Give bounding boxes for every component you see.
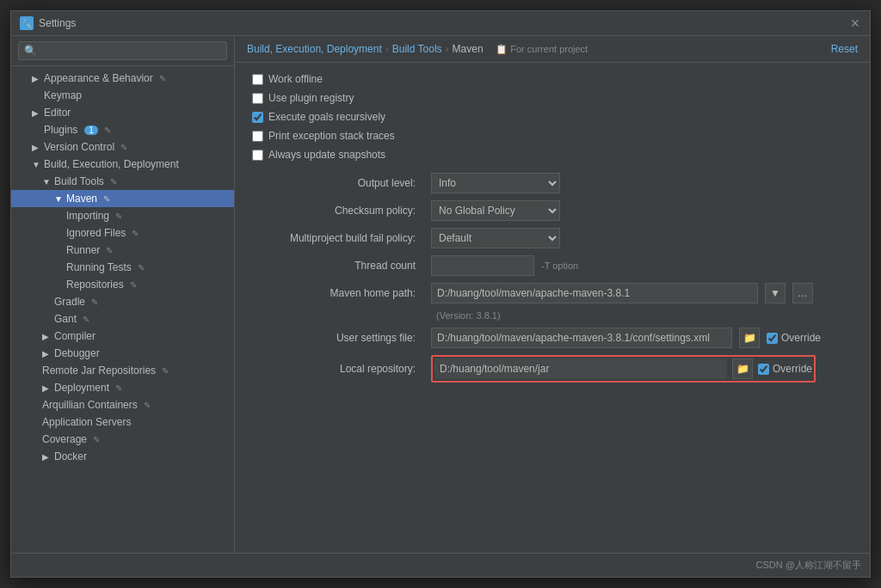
maven-home-more-button[interactable]: … bbox=[792, 283, 813, 303]
sidebar-item-label: Debugger bbox=[54, 347, 100, 359]
always-update-label: Always update snapshots bbox=[268, 149, 385, 161]
multiproject-row: Multiproject build fail policy: Default … bbox=[252, 228, 853, 248]
user-settings-override-label: Override bbox=[781, 332, 821, 344]
title-bar-left: 🔧 Settings bbox=[20, 16, 76, 30]
nav-tree: ▶ Appearance & Behavior ✎ Keymap ▶ Edito… bbox=[11, 66, 234, 553]
sidebar-item-build-exec[interactable]: ▼ Build, Execution, Deployment bbox=[11, 156, 234, 173]
maven-home-browse-button[interactable]: ▼ bbox=[765, 283, 786, 303]
user-settings-label: User settings file: bbox=[252, 332, 424, 344]
sidebar-item-label: Version Control bbox=[44, 141, 114, 153]
maven-version: (Version: 3.8.1) bbox=[436, 310, 501, 321]
edit-icon: ✎ bbox=[102, 124, 114, 136]
local-repo-input[interactable] bbox=[434, 358, 727, 379]
arrow-icon: ▶ bbox=[42, 332, 51, 341]
maven-home-label: Maven home path: bbox=[252, 287, 424, 299]
breadcrumb-sep1: › bbox=[385, 43, 389, 55]
search-input[interactable] bbox=[18, 41, 227, 60]
reset-button[interactable]: Reset bbox=[831, 43, 858, 55]
sidebar-item-label: Plugins bbox=[44, 124, 77, 136]
main-content: ▶ Appearance & Behavior ✎ Keymap ▶ Edito… bbox=[11, 36, 870, 553]
sidebar-item-deployment[interactable]: ▶ Deployment ✎ bbox=[11, 379, 234, 396]
t-option-label: -T option bbox=[541, 260, 578, 271]
sidebar-item-label: Repositories bbox=[66, 279, 124, 291]
title-bar: 🔧 Settings ✕ bbox=[11, 11, 870, 36]
plugin-registry-label: Use plugin registry bbox=[268, 92, 354, 104]
breadcrumb-part1[interactable]: Build, Execution, Deployment bbox=[247, 43, 382, 55]
user-settings-browse-button[interactable]: 📁 bbox=[739, 328, 760, 348]
close-button[interactable]: ✕ bbox=[849, 17, 861, 29]
sidebar-item-repositories[interactable]: Repositories ✎ bbox=[11, 276, 234, 293]
sidebar-item-docker[interactable]: ▶ Docker bbox=[11, 448, 234, 465]
multiproject-select[interactable]: Default Always Never bbox=[431, 228, 560, 248]
arrow-icon: ▼ bbox=[42, 177, 51, 187]
sidebar-item-ignored-files[interactable]: Ignored Files ✎ bbox=[11, 224, 234, 242]
local-repo-row: Local repository: 📁 Override bbox=[252, 355, 853, 383]
sidebar-item-maven[interactable]: ▼ Maven ✎ bbox=[11, 190, 234, 207]
sidebar-item-coverage[interactable]: Coverage ✎ bbox=[11, 431, 234, 448]
sidebar-item-remote-jar[interactable]: Remote Jar Repositories ✎ bbox=[11, 362, 234, 379]
maven-home-input[interactable] bbox=[431, 283, 758, 303]
sidebar-item-label: Gradle bbox=[54, 296, 85, 308]
local-repo-override-checkbox[interactable] bbox=[758, 364, 769, 375]
edit-icon: ✎ bbox=[113, 210, 125, 222]
work-offline-checkbox[interactable] bbox=[252, 74, 263, 85]
print-exceptions-checkbox[interactable] bbox=[252, 131, 263, 142]
sidebar-item-importing[interactable]: Importing ✎ bbox=[11, 207, 234, 224]
breadcrumb: Build, Execution, Deployment › Build Too… bbox=[247, 43, 588, 55]
sidebar-item-debugger[interactable]: ▶ Debugger bbox=[11, 345, 234, 362]
execute-goals-checkbox[interactable] bbox=[252, 112, 263, 123]
edit-icon: ✎ bbox=[89, 296, 101, 308]
arrow-icon: ▶ bbox=[42, 383, 51, 393]
plugin-registry-checkbox[interactable] bbox=[252, 93, 263, 104]
arrow-icon: ▶ bbox=[32, 108, 40, 118]
arrow-icon: ▼ bbox=[32, 160, 40, 169]
sidebar-item-gradle[interactable]: Gradle ✎ bbox=[11, 293, 234, 310]
user-settings-override-checkbox[interactable] bbox=[767, 333, 778, 344]
breadcrumb-sep2: › bbox=[446, 43, 449, 55]
sidebar-item-running-tests[interactable]: Running Tests ✎ bbox=[11, 259, 234, 276]
window-title: Settings bbox=[39, 17, 76, 29]
sidebar-item-version-control[interactable]: ▶ Version Control ✎ bbox=[11, 138, 234, 156]
sidebar-item-app-servers[interactable]: Application Servers bbox=[11, 413, 234, 431]
user-settings-input[interactable] bbox=[431, 328, 732, 348]
sidebar-item-compiler[interactable]: ▶ Compiler bbox=[11, 328, 234, 345]
local-repo-override-label: Override bbox=[773, 363, 812, 375]
sidebar-item-keymap[interactable]: Keymap bbox=[11, 87, 234, 104]
sidebar-item-label: Gant bbox=[54, 313, 77, 325]
arrow-icon: ▶ bbox=[32, 143, 40, 152]
sidebar-item-label: Application Servers bbox=[42, 416, 131, 428]
search-box bbox=[11, 36, 234, 66]
sidebar-item-appearance[interactable]: ▶ Appearance & Behavior ✎ bbox=[11, 70, 234, 87]
checksum-policy-select[interactable]: No Global Policy Warn Fail bbox=[431, 200, 560, 221]
local-repo-override: Override bbox=[758, 363, 812, 375]
app-icon: 🔧 bbox=[20, 16, 34, 30]
sidebar-item-label: Docker bbox=[54, 450, 87, 462]
edit-icon: ✎ bbox=[141, 399, 153, 411]
multiproject-label: Multiproject build fail policy: bbox=[252, 232, 424, 244]
sidebar-item-runner[interactable]: Runner ✎ bbox=[11, 242, 234, 259]
thread-count-input[interactable] bbox=[431, 255, 534, 276]
sidebar-item-editor[interactable]: ▶ Editor bbox=[11, 104, 234, 121]
sidebar-item-label: Build, Execution, Deployment bbox=[44, 158, 179, 170]
always-update-checkbox[interactable] bbox=[252, 150, 263, 161]
sidebar-item-label: Importing bbox=[66, 210, 109, 222]
maven-version-row: (Version: 3.8.1) bbox=[252, 310, 853, 321]
sidebar-item-label: Deployment bbox=[54, 382, 109, 394]
user-settings-row: User settings file: 📁 Override bbox=[252, 328, 853, 348]
breadcrumb-part2[interactable]: Build Tools bbox=[392, 43, 442, 55]
local-repo-browse-button[interactable]: 📁 bbox=[732, 358, 753, 379]
arrow-icon: ▶ bbox=[42, 452, 51, 462]
right-panel: Build, Execution, Deployment › Build Too… bbox=[235, 36, 870, 553]
sidebar-item-build-tools[interactable]: ▼ Build Tools ✎ bbox=[11, 173, 234, 190]
sidebar-item-gant[interactable]: Gant ✎ bbox=[11, 310, 234, 328]
sidebar-item-plugins[interactable]: Plugins 1 ✎ bbox=[11, 121, 234, 138]
plugins-badge: 1 bbox=[84, 126, 98, 135]
output-level-label: Output level: bbox=[252, 177, 424, 189]
settings-dialog: 🔧 Settings ✕ ▶ Appearance & Behavior ✎ bbox=[10, 10, 871, 578]
sidebar-item-arquillian[interactable]: Arquillian Containers ✎ bbox=[11, 396, 234, 413]
edit-icon: ✎ bbox=[159, 364, 171, 377]
output-level-select[interactable]: Info Debug Error bbox=[431, 173, 560, 193]
edit-icon: ✎ bbox=[127, 279, 139, 291]
checkbox-plugin-registry: Use plugin registry bbox=[252, 92, 853, 104]
edit-icon: ✎ bbox=[103, 244, 115, 256]
